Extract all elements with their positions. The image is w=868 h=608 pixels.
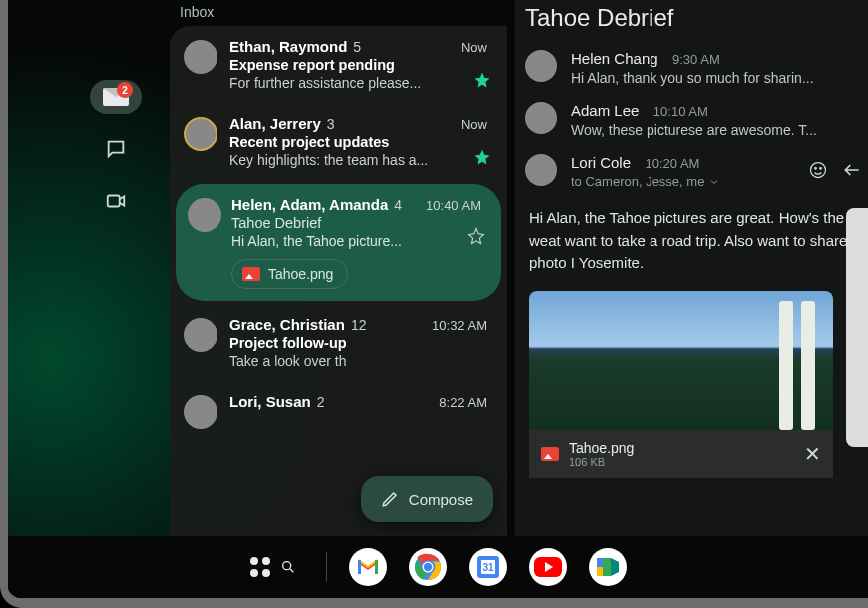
meet-icon — [595, 556, 621, 578]
thread-count: 2 — [317, 394, 325, 410]
taskbar-app-youtube[interactable] — [529, 548, 567, 586]
thread-count: 5 — [353, 39, 361, 55]
apps-grid-icon — [250, 557, 270, 577]
thread-count: 12 — [351, 317, 367, 333]
svg-text:31: 31 — [482, 562, 494, 573]
reply-arrow-icon[interactable] — [842, 160, 862, 180]
thread-time: Now — [461, 40, 491, 55]
rail-mail[interactable]: 2 — [90, 80, 142, 114]
message-body: Hi Alan, the Tahoe pictures are great. H… — [515, 197, 868, 285]
star-icon[interactable] — [473, 71, 491, 89]
svg-point-2 — [815, 168, 817, 170]
message-time: 10:20 AM — [645, 156, 699, 171]
message-expanded[interactable]: Lori Cole 10:20 AM to Cameron, Jesse, me — [515, 146, 868, 197]
thread-sender: Ethan, Raymond — [229, 38, 347, 55]
thread-item[interactable]: Ethan, Raymond 5 Now Expense report pend… — [170, 26, 507, 103]
thread-count: 4 — [394, 197, 402, 213]
svg-rect-0 — [108, 196, 120, 207]
side-card[interactable] — [846, 208, 868, 447]
thread-item[interactable]: Grace, Christian 12 10:32 AM Project fol… — [170, 304, 507, 381]
message-from: Helen Chang — [571, 50, 658, 67]
avatar — [184, 117, 217, 151]
compose-label: Compose — [409, 491, 473, 508]
thread-count: 3 — [327, 116, 335, 132]
rail-meet[interactable] — [90, 184, 142, 218]
separator — [326, 552, 327, 582]
thread-snippet: Hi Alan, the Tahoe picture... — [231, 233, 485, 249]
thread-subject: Tahoe Debrief — [231, 215, 485, 231]
message-preview: Hi Alan, thank you so much for sharin... — [571, 70, 856, 86]
thread-subject: Project follow-up — [229, 335, 491, 351]
star-icon[interactable] — [473, 148, 491, 166]
pencil-icon — [381, 490, 399, 508]
thread-snippet: Take a look over th — [229, 353, 491, 369]
message-time: 9:30 AM — [672, 52, 720, 67]
calendar-icon: 31 — [475, 554, 501, 580]
thread-sender: Alan, Jerrery — [229, 115, 321, 132]
svg-rect-5 — [358, 560, 361, 574]
chrome-icon — [414, 553, 442, 581]
search-icon — [280, 559, 296, 575]
compose-button[interactable]: Compose — [361, 476, 493, 522]
svg-point-1 — [811, 163, 826, 178]
avatar — [188, 198, 221, 232]
avatar — [525, 50, 557, 82]
svg-point-3 — [820, 168, 822, 170]
attachment-bar: Tahoe.png 106 KB ✕ — [529, 430, 833, 478]
attachment-image[interactable] — [529, 291, 833, 430]
taskbar-app-chrome[interactable] — [409, 548, 447, 586]
avatar — [525, 102, 557, 134]
avatar — [184, 395, 217, 429]
thread-item[interactable]: Alan, Jerrery 3 Now Recent project updat… — [170, 103, 507, 180]
youtube-icon — [533, 556, 563, 578]
rail-chat[interactable] — [90, 132, 142, 166]
thread-sender: Helen, Adam, Amanda — [231, 196, 388, 213]
taskbar-app-meet[interactable] — [589, 548, 627, 586]
chevron-down-icon — [708, 176, 720, 188]
attachment-name: Tahoe.png — [569, 440, 794, 456]
attachment-chip[interactable]: Tahoe.png — [231, 259, 348, 289]
thread-sender: Lori, Susan — [229, 393, 311, 410]
thread-subject: Expense report pending — [229, 57, 491, 73]
thread-time: 10:32 AM — [432, 318, 491, 333]
thread-time: 10:40 AM — [426, 198, 485, 213]
avatar — [184, 318, 217, 352]
avatar — [184, 40, 217, 74]
taskbar: 31 — [8, 536, 868, 598]
thread-snippet: For further assistance please... — [229, 75, 491, 91]
message-from: Adam Lee — [571, 102, 639, 119]
image-icon — [541, 447, 559, 461]
attachment-size: 106 KB — [569, 456, 794, 468]
thread-sender: Grace, Christian — [229, 316, 345, 333]
taskbar-app-gmail[interactable] — [349, 548, 387, 586]
close-icon[interactable]: ✕ — [804, 442, 821, 466]
svg-point-10 — [423, 563, 431, 571]
message-preview: Wow, these picturese are awesome. T... — [571, 122, 856, 138]
svg-point-4 — [282, 562, 290, 570]
conversation-title: Tahoe Debrief — [515, 0, 868, 42]
taskbar-app-calendar[interactable]: 31 — [469, 548, 507, 586]
emoji-icon[interactable] — [808, 160, 828, 180]
attachment-name: Tahoe.png — [268, 266, 333, 282]
chat-icon — [105, 138, 127, 160]
message-time: 10:10 AM — [653, 104, 708, 119]
inbox-label: Inbox — [180, 4, 214, 20]
avatar — [525, 154, 557, 186]
thread-item-selected[interactable]: Helen, Adam, Amanda 4 10:40 AM Tahoe Deb… — [176, 184, 501, 301]
star-icon[interactable] — [467, 227, 485, 245]
svg-rect-6 — [375, 560, 378, 574]
thread-time: Now — [461, 117, 491, 132]
thread-subject: Recent project updates — [229, 134, 491, 150]
thread-list: Ethan, Raymond 5 Now Expense report pend… — [170, 26, 507, 536]
message-collapsed[interactable]: Helen Chang 9:30 AM Hi Alan, thank you s… — [515, 42, 868, 94]
thread-time: 8:22 AM — [439, 395, 491, 410]
message-collapsed[interactable]: Adam Lee 10:10 AM Wow, these picturese a… — [515, 94, 868, 146]
thread-snippet: Key highlights: the team has a... — [229, 152, 491, 168]
gmail-icon — [356, 558, 380, 576]
thread-item[interactable]: Lori, Susan 2 8:22 AM — [170, 381, 507, 440]
image-icon — [242, 267, 260, 281]
message-from: Lori Cole — [571, 154, 631, 171]
conversation-panel: Tahoe Debrief Helen Chang 9:30 AM Hi Ala… — [515, 0, 868, 536]
app-launcher[interactable] — [250, 557, 296, 577]
mail-badge: 2 — [117, 82, 133, 98]
